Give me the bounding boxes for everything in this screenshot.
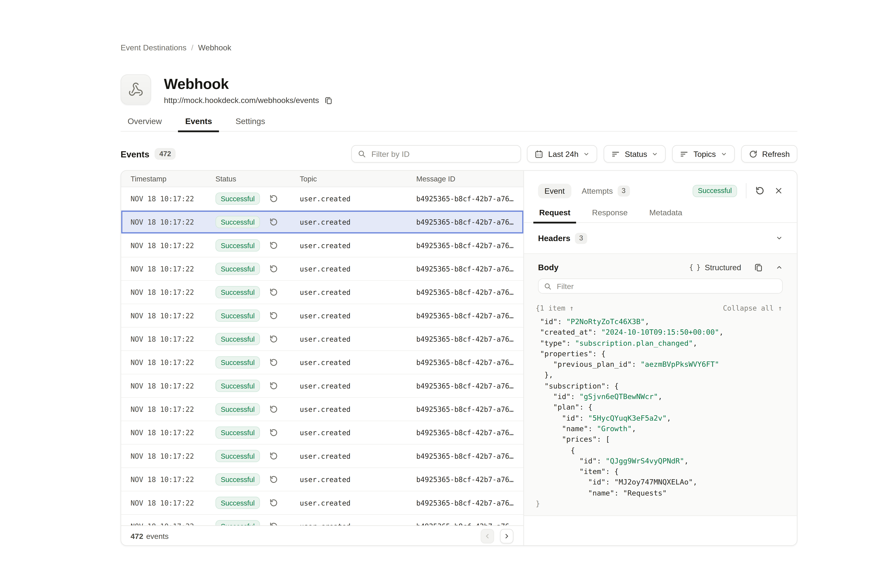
time-range-button[interactable]: Last 24h	[527, 145, 597, 163]
headers-section-toggle[interactable]: Headers 3	[524, 223, 797, 254]
refresh-button[interactable]: Refresh	[741, 145, 797, 163]
retry-icon[interactable]	[269, 241, 278, 250]
table-row[interactable]: NOV 18 10:17:22 Successful user.created …	[121, 375, 523, 398]
cell-timestamp: NOV 18 10:17:22	[131, 452, 215, 460]
retry-icon[interactable]	[269, 334, 278, 344]
retry-icon[interactable]	[269, 218, 278, 226]
main-tabs: Overview Events Settings	[121, 116, 797, 132]
status-badge: Successful	[215, 239, 260, 252]
table-row[interactable]: NOV 18 10:17:22 Successful user.created …	[121, 421, 523, 444]
footer-event-count: 472	[131, 532, 143, 541]
detail-tab-attempts[interactable]: Attempts 3	[582, 185, 630, 196]
subtab-response[interactable]: Response	[586, 208, 633, 224]
cell-timestamp: NOV 18 10:17:22	[131, 265, 215, 273]
status-badge: Successful	[215, 192, 260, 205]
json-tree: "id": "P2NoRtyZoTc46X3B", "created_at": …	[524, 316, 797, 509]
retry-icon[interactable]	[269, 381, 278, 390]
column-message-id: Message ID	[416, 175, 523, 183]
table-row[interactable]: NOV 18 10:17:22 Successful user.created …	[121, 187, 523, 211]
retry-icon[interactable]	[269, 264, 278, 273]
cell-message-id: b4925365-b8cf-42b7-a76…	[416, 382, 523, 390]
table-row[interactable]: NOV 18 10:17:22 Successful user.created …	[121, 328, 523, 351]
body-filter-input[interactable]	[556, 281, 777, 291]
search-input[interactable]	[370, 149, 515, 159]
json-line: "properties": {	[536, 349, 782, 359]
cell-message-id: b4925365-b8cf-42b7-a76…	[416, 288, 523, 296]
json-line: "id": "gSjvn6eQTBewNWcr",	[536, 392, 782, 402]
status-badge: Successful	[215, 380, 260, 392]
json-line: }	[536, 498, 782, 509]
retry-icon[interactable]	[269, 498, 278, 507]
retry-icon[interactable]	[269, 452, 278, 460]
cell-status: Successful	[215, 262, 300, 275]
refresh-icon	[749, 150, 757, 158]
retry-icon[interactable]	[269, 288, 278, 297]
copy-body-button[interactable]	[754, 263, 763, 272]
previous-page-button[interactable]	[481, 529, 494, 543]
cell-topic: user.created	[300, 476, 416, 484]
retry-icon[interactable]	[269, 428, 278, 437]
cell-status: Successful	[215, 286, 300, 298]
table-row[interactable]: NOV 18 10:17:22 Successful user.created …	[121, 468, 523, 491]
table-row[interactable]: NOV 18 10:17:22 Successful user.created …	[121, 281, 523, 304]
cell-timestamp: NOV 18 10:17:22	[131, 358, 215, 366]
close-icon[interactable]	[774, 187, 783, 195]
retry-icon[interactable]	[269, 405, 278, 414]
cell-status: Successful	[215, 426, 300, 439]
copy-url-button[interactable]	[324, 96, 332, 104]
divider	[746, 183, 746, 198]
json-line: },	[536, 370, 782, 381]
table-row[interactable]: NOV 18 10:17:22 Successful user.created …	[121, 257, 523, 281]
cell-topic: user.created	[300, 312, 416, 320]
retry-icon[interactable]	[269, 194, 278, 203]
table-row[interactable]: NOV 18 10:17:22 Successful user.created …	[121, 211, 523, 234]
table-row[interactable]: NOV 18 10:17:22 Successful user.created …	[121, 398, 523, 421]
page-header: Webhook http://mock.hookdeck.com/webhook…	[121, 74, 797, 105]
table-row[interactable]: NOV 18 10:17:22 Successful user.created …	[121, 351, 523, 374]
cell-message-id: b4925365-b8cf-42b7-a76…	[416, 499, 523, 507]
retry-event-icon[interactable]	[755, 186, 765, 195]
retry-icon[interactable]	[269, 522, 278, 525]
cell-message-id: b4925365-b8cf-42b7-a76…	[416, 522, 523, 525]
table-row[interactable]: NOV 18 10:17:22 Successful user.created …	[121, 515, 523, 525]
detail-header: Event Attempts 3 Successful	[524, 171, 797, 198]
retry-icon[interactable]	[269, 358, 278, 367]
braces-icon: { }	[689, 263, 700, 272]
subtab-request[interactable]: Request	[533, 208, 576, 224]
cell-timestamp: NOV 18 10:17:22	[131, 241, 215, 249]
body-filter[interactable]	[538, 279, 783, 294]
table-row[interactable]: NOV 18 10:17:22 Successful user.created …	[121, 492, 523, 515]
headers-count-badge: 3	[575, 232, 587, 243]
tab-settings[interactable]: Settings	[229, 116, 272, 132]
collapse-body-chevron[interactable]	[776, 264, 783, 271]
retry-icon[interactable]	[269, 475, 278, 484]
table-row[interactable]: NOV 18 10:17:22 Successful user.created …	[121, 445, 523, 468]
app-viewport: Event Destinations / Webhook Webhook htt…	[0, 0, 878, 588]
cell-topic: user.created	[300, 499, 416, 507]
filter-by-id-search[interactable]	[352, 145, 521, 163]
topics-filter-button[interactable]: Topics	[672, 145, 735, 163]
subtab-metadata[interactable]: Metadata	[643, 208, 688, 224]
detail-tab-event[interactable]: Event	[538, 183, 571, 198]
retry-icon[interactable]	[269, 311, 278, 320]
table-row[interactable]: NOV 18 10:17:22 Successful user.created …	[121, 234, 523, 257]
structured-mode-toggle[interactable]: Structured	[705, 263, 741, 272]
events-card: Timestamp Status Topic Message ID NOV 18…	[121, 170, 797, 546]
status-badge: Successful	[215, 333, 260, 345]
next-page-button[interactable]	[500, 529, 513, 543]
table-row[interactable]: NOV 18 10:17:22 Successful user.created …	[121, 304, 523, 328]
status-filter-button[interactable]: Status	[604, 145, 666, 163]
tab-events[interactable]: Events	[178, 116, 219, 132]
json-line: "id": "MJ2oy747MNQXELAo",	[536, 477, 782, 488]
breadcrumb-event-destinations[interactable]: Event Destinations	[121, 44, 186, 52]
chevron-down-icon	[652, 151, 658, 157]
status-badge: Successful	[215, 520, 260, 525]
events-heading: Events	[121, 149, 149, 159]
cell-topic: user.created	[300, 265, 416, 273]
cell-topic: user.created	[300, 382, 416, 390]
json-line: "id": "P2NoRtyZoTc46X3B",	[536, 316, 782, 327]
tab-overview[interactable]: Overview	[121, 116, 169, 132]
collapse-all-button[interactable]: Collapse all ↑	[723, 304, 782, 312]
json-line: "created_at": "2024-10-10T09:15:50+00:00…	[536, 327, 782, 338]
json-item-count-toggle[interactable]: {1 item ↑	[536, 304, 574, 312]
